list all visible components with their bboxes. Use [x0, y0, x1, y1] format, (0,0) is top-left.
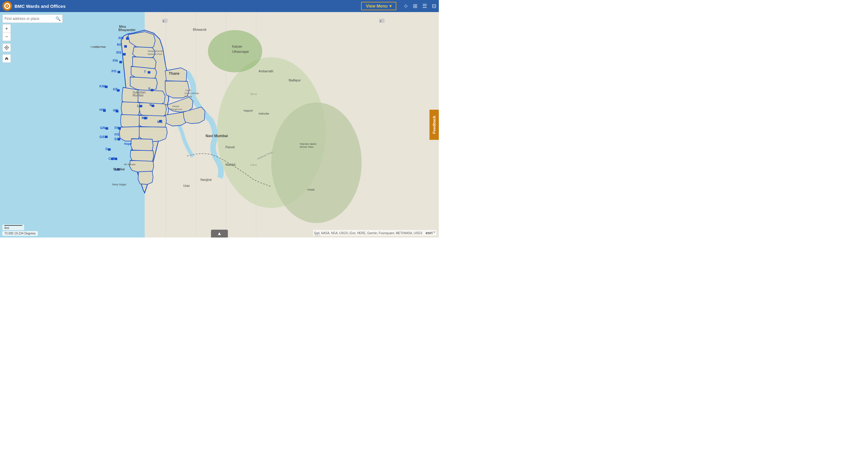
- feedback-button[interactable]: Feedback: [430, 110, 439, 140]
- svg-text:Ambarnath: Ambarnath: [258, 70, 273, 73]
- locate-tool-icon[interactable]: ⊹: [404, 3, 408, 9]
- svg-rect-43: [105, 86, 107, 88]
- table-tool-icon[interactable]: ⊟: [432, 3, 436, 9]
- svg-text:Mumbai: Mumbai: [133, 94, 144, 97]
- svg-rect-49: [103, 109, 106, 112]
- map-attribution: Esri, NASA, NGA, USGS | Esri, HERE, Garm…: [313, 230, 436, 236]
- svg-text:Karjat: Karjat: [307, 188, 315, 191]
- svg-text:S: S: [148, 87, 150, 90]
- svg-text:Kalyan: Kalyan: [232, 44, 242, 48]
- app-logo-inner: [4, 3, 10, 9]
- legend-tool-icon[interactable]: ☰: [422, 3, 427, 9]
- svg-rect-40: [123, 53, 126, 56]
- svg-rect-56: [118, 138, 120, 140]
- svg-rect-46: [151, 89, 153, 91]
- home-button[interactable]: [2, 54, 11, 63]
- svg-text:Navy Nagar: Navy Nagar: [112, 183, 127, 186]
- svg-text:Bh Bandar: Bh Bandar: [124, 163, 135, 166]
- scale-bar: 4mi: [2, 225, 24, 230]
- svg-rect-58: [111, 158, 114, 160]
- svg-text:C: C: [108, 157, 111, 160]
- svg-rect-59: [115, 158, 117, 160]
- svg-text:K/W: K/W: [99, 85, 105, 88]
- svg-rect-38: [127, 36, 128, 37]
- svg-text:R/N: R/N: [119, 36, 124, 40]
- svg-rect-54: [118, 127, 121, 130]
- svg-rect-52: [159, 120, 162, 122]
- locate-icon: [4, 45, 9, 50]
- svg-text:D: D: [105, 147, 107, 151]
- svg-text:Bhiwandi: Bhiwandi: [193, 28, 207, 31]
- svg-point-6: [271, 102, 362, 223]
- svg-text:Thane: Thane: [169, 71, 180, 76]
- svg-text:F/S: F/S: [115, 133, 119, 136]
- coordinates-display: 73.000 19.234 Degrees: [2, 231, 38, 236]
- svg-text:P/N: P/N: [113, 59, 118, 62]
- map-svg: R/N R/C R/S P/N P/S K/W K/E T S L N H/W …: [0, 12, 439, 238]
- app-title: BMC Wards and Offices: [14, 4, 361, 9]
- svg-text:Mangroves: Mangroves: [170, 108, 182, 110]
- collapse-button[interactable]: ▲: [211, 230, 228, 238]
- header-tools: ⊹ ⊞ ☰ ⊟: [404, 3, 436, 9]
- svg-text:Ulhasnagar: Ulhasnagar: [232, 50, 249, 53]
- svg-text:Kanjur: Kanjur: [173, 105, 179, 107]
- svg-point-103: [6, 47, 7, 48]
- svg-point-2: [7, 5, 8, 7]
- svg-text:773 m: 773 m: [250, 164, 257, 166]
- svg-text:797 m: 797 m: [250, 93, 257, 96]
- svg-text:Nagar: Nagar: [124, 142, 132, 145]
- svg-rect-51: [144, 117, 147, 119]
- svg-text:Uran: Uran: [183, 184, 190, 187]
- svg-rect-55: [105, 136, 107, 138]
- svg-text:Sanjay Gandhi: Sanjay Gandhi: [148, 50, 164, 53]
- search-bar[interactable]: 🔍: [2, 14, 63, 23]
- left-controls: 🔍 + −: [2, 14, 63, 63]
- layers-tool-icon[interactable]: ⊞: [413, 3, 417, 9]
- svg-text:Hoṇḍhp Pada: Hoṇḍhp Pada: [93, 46, 106, 48]
- svg-text:G/N: G/N: [100, 126, 105, 130]
- svg-rect-45: [148, 71, 150, 73]
- svg-text:T: T: [144, 70, 146, 73]
- zoom-out-button[interactable]: −: [2, 33, 11, 41]
- svg-text:G/S: G/S: [99, 135, 105, 139]
- svg-text:2: 2: [380, 20, 381, 23]
- zoom-in-button[interactable]: +: [2, 24, 11, 33]
- svg-text:National Park: National Park: [148, 53, 162, 56]
- svg-rect-42: [118, 71, 120, 73]
- svg-text:4: 4: [163, 20, 164, 23]
- svg-text:Rajmata Jijabai: Rajmata Jijabai: [300, 142, 316, 145]
- home-icon: [4, 56, 9, 61]
- svg-text:Navi Mumbai: Navi Mumbai: [206, 134, 228, 138]
- svg-text:Bhosle Talao: Bhosle Talao: [300, 146, 314, 148]
- svg-text:Open: Open: [185, 89, 191, 92]
- search-button[interactable]: 🔍: [54, 16, 62, 21]
- app-header: BMC Wards and Offices View Menu ▾ ⊹ ⊞ ☰ …: [0, 0, 439, 12]
- svg-text:P/S: P/S: [112, 70, 116, 73]
- app-logo: [2, 1, 12, 11]
- svg-text:Panvel: Panvel: [225, 146, 235, 149]
- svg-rect-50: [116, 110, 119, 113]
- map-container[interactable]: R/N R/C R/S P/N P/S K/W K/E T S L N H/W …: [0, 12, 439, 238]
- svg-text:Nagzari: Nagzari: [244, 109, 253, 112]
- svg-text:Mahodar: Mahodar: [258, 112, 270, 115]
- view-menu-button[interactable]: View Menu ▾: [361, 2, 396, 10]
- svg-rect-57: [108, 148, 111, 151]
- locate-button[interactable]: [2, 43, 11, 52]
- zoom-controls: + −: [2, 24, 63, 41]
- svg-text:R/C: R/C: [117, 43, 122, 46]
- svg-text:Bhayander: Bhayander: [119, 28, 136, 32]
- svg-text:R/S: R/S: [116, 51, 121, 54]
- search-input[interactable]: [3, 17, 54, 21]
- svg-text:Colony: Colony: [184, 95, 192, 98]
- svg-rect-53: [105, 127, 108, 130]
- svg-text:Wardoli: Wardoli: [225, 163, 236, 166]
- svg-rect-39: [124, 45, 127, 48]
- svg-rect-37: [126, 37, 129, 40]
- svg-text:L: L: [137, 104, 139, 107]
- svg-text:Navghar: Navghar: [200, 178, 212, 182]
- svg-rect-48: [152, 104, 154, 107]
- svg-rect-44: [117, 89, 120, 92]
- svg-text:Scrub-Mhada: Scrub-Mhada: [184, 92, 199, 95]
- svg-text:Badlapur: Badlapur: [289, 79, 301, 82]
- svg-rect-41: [119, 61, 122, 63]
